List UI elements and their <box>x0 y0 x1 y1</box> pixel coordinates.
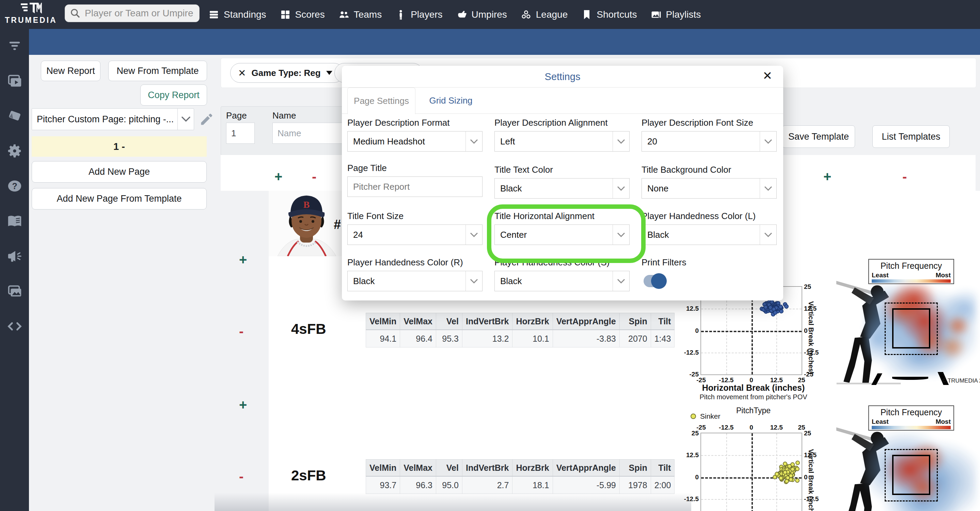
gear-icon[interactable] <box>7 143 22 159</box>
player-description-alignment-select[interactable]: Left <box>495 131 630 151</box>
table-header: Vel <box>436 460 462 477</box>
copy-report-button[interactable]: Copy Report <box>140 84 207 106</box>
nav-item-standings[interactable]: Standings <box>208 9 266 20</box>
player-handedness-color-s-select[interactable]: Black <box>495 271 630 291</box>
nav-item-teams[interactable]: Teams <box>339 9 382 20</box>
tab-page-settings[interactable]: Page Settings <box>347 88 415 115</box>
axis-tick-label: 0 <box>749 424 753 431</box>
home-plate <box>892 377 928 380</box>
axis-tick-label: 0 <box>695 327 699 334</box>
legend-min-label: Least <box>872 272 889 279</box>
title-horizontal-alignment-select[interactable]: Center <box>495 224 630 245</box>
add-row-button[interactable]: + <box>239 253 247 266</box>
table-header: Spin <box>619 313 651 330</box>
player-handedness-color-r-select[interactable]: Black <box>347 271 482 291</box>
player-description-font-size-select[interactable]: 20 <box>641 131 777 151</box>
table-cell: 1:43 <box>651 330 675 347</box>
list-templates-button[interactable]: List Templates <box>872 125 950 148</box>
gallery-icon[interactable] <box>7 283 22 299</box>
player-description-format-select[interactable]: Medium Headshot <box>347 131 482 151</box>
new-from-template-button[interactable]: New From Template <box>108 60 207 81</box>
cards-icon[interactable] <box>7 108 22 124</box>
nav-item-scores[interactable]: Scores <box>280 9 325 20</box>
video-playlist-icon[interactable] <box>7 73 22 89</box>
data-point <box>789 474 793 478</box>
filter-icon[interactable] <box>7 38 22 54</box>
nav-item-players[interactable]: Players <box>395 9 442 20</box>
umpires-icon <box>456 9 467 20</box>
edit-pencil-icon[interactable] <box>199 112 214 127</box>
pitch-type-label: 2sFB <box>291 467 326 484</box>
chevron-down-icon <box>612 225 629 245</box>
player-number-sign: # <box>334 217 341 232</box>
remove-row-button[interactable]: - <box>239 324 243 338</box>
remove-column-button[interactable]: - <box>902 170 907 183</box>
remove-row-button[interactable]: - <box>239 470 243 483</box>
table-cell: -5.99 <box>553 476 619 494</box>
field-label: Player Description Format <box>347 118 482 128</box>
add-new-page-from-template-button[interactable]: Add New Page From Template <box>32 188 207 210</box>
shortcuts-icon <box>581 9 592 20</box>
axis-tick-label: 12.5 <box>686 305 699 312</box>
legend-gradient-bar <box>872 426 951 429</box>
strike-zone <box>892 308 930 349</box>
add-column-button[interactable]: + <box>274 170 282 183</box>
search-input[interactable]: Player or Team or Umpire <box>65 5 200 22</box>
table-cell: 96.4 <box>400 330 436 347</box>
close-icon[interactable]: ✕ <box>763 70 773 81</box>
nav-item-umpires[interactable]: Umpires <box>456 9 507 20</box>
player-headshot: B <box>269 191 344 256</box>
report-page-select-value: Pitcher Custom Page: pitching -... <box>32 109 177 130</box>
table-header: VelMax <box>400 313 436 330</box>
new-report-button[interactable]: New Report <box>41 60 100 81</box>
player-handedness-color-l-select[interactable]: Black <box>641 224 777 245</box>
page-list-row-1[interactable]: 1 - <box>32 136 207 157</box>
table-cell: 96.3 <box>400 476 436 494</box>
report-page-select[interactable]: Pitcher Custom Page: pitching -... <box>32 108 194 130</box>
title-background-color-select[interactable]: None <box>641 178 777 199</box>
legend-max-label: Most <box>936 272 951 279</box>
filter-pill-game-type[interactable]: ✕ Game Type: Reg <box>230 63 344 83</box>
title-text-color-select[interactable]: Black <box>495 178 630 199</box>
remove-column-button[interactable]: - <box>312 170 317 183</box>
page-number-input[interactable]: 1 <box>226 123 255 144</box>
field-label: Player Handedness Color (L) <box>641 211 777 221</box>
tab-grid-sizing[interactable]: Grid Sizing <box>420 88 482 113</box>
axis-tick-label: -12.5 <box>684 349 699 357</box>
help-icon[interactable]: ? <box>7 178 22 194</box>
table-header: Tilt <box>651 313 675 330</box>
playlists-icon <box>651 9 662 20</box>
chevron-down-icon <box>612 132 629 151</box>
nav-item-playlists[interactable]: Playlists <box>651 9 701 20</box>
legend-min-label: Least <box>872 418 889 425</box>
svg-text:B: B <box>304 199 310 210</box>
data-point <box>795 460 800 465</box>
add-column-button[interactable]: + <box>823 170 831 183</box>
chevron-down-icon <box>760 132 776 151</box>
table-header: Spin <box>619 460 651 477</box>
nav-item-shortcuts[interactable]: Shortcuts <box>581 9 637 20</box>
remove-filter-icon[interactable]: ✕ <box>238 67 246 79</box>
print-filters-toggle[interactable] <box>644 275 664 287</box>
players-icon <box>395 9 406 20</box>
table-header: HorzBrk <box>512 460 553 477</box>
add-row-button[interactable]: + <box>239 398 247 412</box>
x-axis-subtitle: Pitch movement from pitcher's POV <box>695 393 812 401</box>
save-template-button[interactable]: Save Template <box>782 125 855 148</box>
megaphone-icon[interactable] <box>7 248 22 264</box>
trumedia-logo[interactable]: TRUMEDIA <box>2 2 60 25</box>
table-cell: 1978 <box>619 476 651 494</box>
add-new-page-button[interactable]: Add New Page <box>32 161 207 183</box>
field-label: Title Text Color <box>495 164 630 175</box>
table-cell: 18.1 <box>512 476 553 494</box>
page-title-input[interactable]: Pitcher Report <box>347 177 482 197</box>
standings-icon <box>208 9 219 20</box>
code-icon[interactable] <box>7 318 22 334</box>
axis-tick-label: 0 <box>695 474 699 481</box>
table-cell: 13.2 <box>462 330 512 347</box>
copyright-text: © TRUMEDIA 2024 <box>942 377 980 384</box>
title-font-size-select[interactable]: 24 <box>347 224 482 245</box>
book-icon[interactable] <box>7 213 22 229</box>
nav-item-league[interactable]: League <box>521 9 568 20</box>
axis-tick-label: 25 <box>692 430 699 437</box>
